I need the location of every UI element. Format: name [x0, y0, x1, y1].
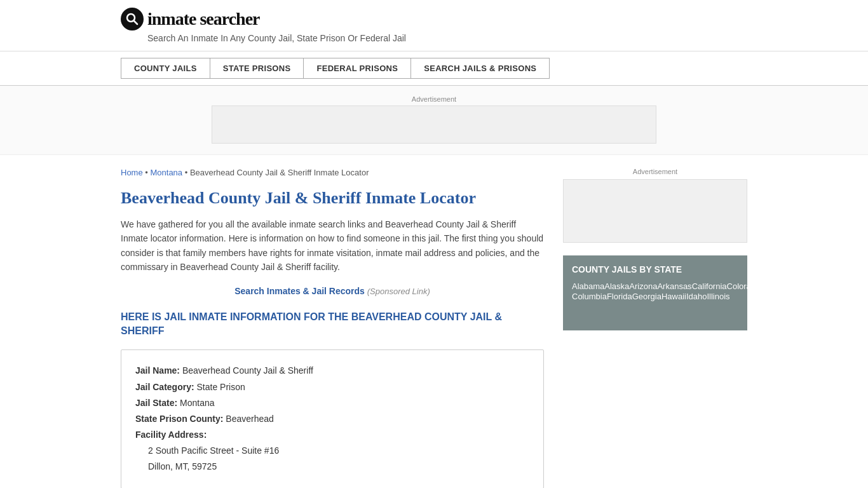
breadcrumb-state[interactable]: Montana — [150, 168, 182, 177]
svg-line-1 — [134, 21, 137, 24]
sidebar: Advertisement COUNTY JAILS BY STATE Alab… — [563, 168, 747, 488]
breadcrumb-current: Beaverhead County Jail & Sheriff Inmate … — [190, 168, 369, 177]
jail-address-label: Facility Address: — [135, 430, 207, 440]
breadcrumb-sep2: • — [185, 168, 190, 177]
tagline: Search An Inmate In Any County Jail, Sta… — [147, 33, 747, 43]
ad-box-sidebar — [563, 179, 747, 243]
nav-county-jails[interactable]: COUNTY JAILS — [121, 58, 210, 79]
jail-category-row: Jail Category: State Prison — [135, 379, 529, 395]
nav-state-prisons[interactable]: STATE PRISONS — [210, 58, 304, 79]
jails-by-state-title: COUNTY JAILS BY STATE — [572, 264, 738, 274]
jails-by-state-panel: COUNTY JAILS BY STATE AlabamaAlaskaArizo… — [563, 255, 747, 330]
breadcrumb: Home • Montana • Beaverhead County Jail … — [121, 168, 544, 177]
jail-address-row: Facility Address: 2 South Pacific Street… — [135, 427, 529, 475]
main-content: Home • Montana • Beaverhead County Jail … — [121, 168, 544, 488]
search-link-area: Search Inmates & Jail Records (Sponsored… — [121, 286, 544, 296]
content-wrap: Home • Montana • Beaverhead County Jail … — [0, 168, 868, 488]
jail-county-label: State Prison County: — [135, 414, 223, 424]
jail-info-heading: HERE IS JAIL INMATE INFORMATION FOR THE … — [121, 310, 544, 339]
state-link[interactable]: Florida — [607, 290, 632, 303]
header: inmate searcher Search An Inmate In Any … — [0, 0, 868, 51]
state-link[interactable]: Colorado — [727, 280, 761, 293]
state-link[interactable]: Georgia — [632, 290, 661, 303]
sponsored-label: (Sponsored Link) — [367, 287, 430, 296]
jail-state-value: Montana — [180, 398, 214, 408]
state-link[interactable]: Connecticut — [760, 280, 804, 293]
jail-address-line2: Dillon, MT, 59725 — [148, 459, 529, 475]
logo-text: inmate searcher — [147, 9, 260, 29]
jail-state-row: Jail State: Montana — [135, 395, 529, 411]
nav-search-jails-prisons[interactable]: SEARCH JAILS & PRISONS — [410, 58, 550, 79]
jail-county-row: State Prison County: Beaverhead — [135, 411, 529, 427]
jail-name-row: Jail Name: Beaverhead County Jail & Sher… — [135, 363, 529, 379]
logo-icon — [121, 8, 144, 30]
state-link[interactable]: Delaware — [804, 280, 839, 293]
ad-sidebar: Advertisement — [563, 168, 747, 243]
jail-name-value: Beaverhead County Jail & Sheriff — [182, 365, 313, 376]
logo-area: inmate searcher — [121, 8, 747, 30]
state-link[interactable]: Idaho — [686, 290, 707, 303]
nav-federal-prisons[interactable]: FEDERAL PRISONS — [303, 58, 410, 79]
state-link[interactable]: Hawaii — [661, 290, 686, 303]
nav: COUNTY JAILS STATE PRISONS FEDERAL PRISO… — [0, 51, 868, 86]
jail-address-line1: 2 South Pacific Street - Suite #16 — [148, 443, 529, 459]
ad-label-sidebar: Advertisement — [563, 168, 747, 175]
jail-name-label: Jail Name: — [135, 365, 180, 376]
state-col2: MontanaNebraskaNevadaNew HampshireNew Je… — [862, 281, 868, 322]
ad-box-top — [212, 105, 656, 144]
state-col1: AlabamaAlaskaArizonaArkansasCaliforniaCo… — [572, 281, 862, 322]
state-link[interactable]: Illinois — [707, 290, 729, 303]
state-grid: AlabamaAlaskaArizonaArkansasCaliforniaCo… — [572, 281, 738, 322]
jail-category-value: State Prison — [196, 382, 245, 392]
jail-category-label: Jail Category: — [135, 382, 194, 392]
breadcrumb-home[interactable]: Home — [121, 168, 143, 177]
description-text: We have gathered for you all the availab… — [121, 217, 544, 274]
ad-banner-top: Advertisement — [0, 86, 868, 155]
jail-state-label: Jail State: — [135, 398, 177, 408]
page-title: Beaverhead County Jail & Sheriff Inmate … — [121, 189, 544, 208]
ad-label-top: Advertisement — [121, 95, 747, 103]
jail-county-value: Beaverhead — [226, 414, 274, 424]
jail-info-box: Jail Name: Beaverhead County Jail & Sher… — [121, 349, 544, 488]
search-inmates-link[interactable]: Search Inmates & Jail Records — [234, 286, 365, 296]
